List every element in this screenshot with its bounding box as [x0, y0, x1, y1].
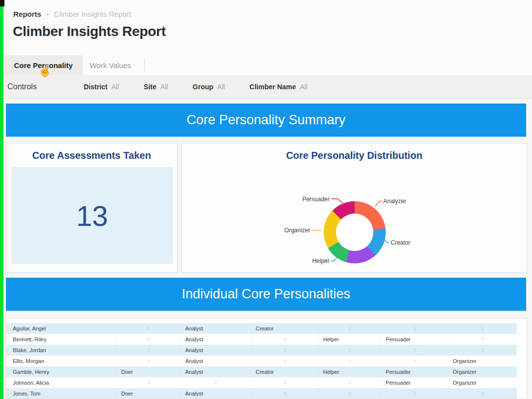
table-row[interactable]: Ellis, Morgan✕Analyst✕✕✕Organizer	[6, 356, 527, 366]
cursor-hand-icon: ☝	[38, 64, 52, 77]
empty-x-icon: ✕	[453, 325, 517, 332]
climber-name-cell: Ellis, Morgan	[6, 356, 116, 366]
empty-x-icon: ✕	[256, 390, 318, 397]
controls-label: Controls	[7, 82, 59, 91]
empty-x-icon: ✕	[121, 347, 180, 354]
empty-x-icon: ✕	[453, 390, 517, 397]
empty-x-icon: ✕	[256, 336, 318, 343]
climber-insights-report-screen: Reports • Climber Insights Report Climbe…	[0, 0, 532, 399]
assessments-taken-value: 13	[76, 199, 108, 232]
table-body: Aguilar, Angel✕AnalystCreator✕✕✕Bennett,…	[6, 323, 527, 399]
screen-corner-artifact	[0, 0, 4, 6]
filter-group[interactable]: Group All	[193, 83, 225, 91]
filter-climber-name[interactable]: Climber Name All	[250, 83, 308, 91]
climber-name-cell: Bennett, Riley	[6, 334, 116, 345]
filter-site-label: Site	[144, 83, 157, 91]
table-gutter	[517, 334, 527, 345]
donut-label-helper: Helper	[312, 257, 330, 264]
personality-cell: Analyst	[180, 345, 251, 356]
table-row[interactable]: Blake, Jordan✕Analyst✕✕✕✕	[6, 345, 527, 356]
climber-name-cell: Jones, Tom	[6, 388, 116, 399]
personality-cell: Organizer	[448, 356, 517, 366]
personality-cell: ✕	[318, 356, 381, 366]
breadcrumb-reports-link[interactable]: Reports	[13, 10, 41, 18]
empty-x-icon: ✕	[453, 347, 517, 354]
table-gutter	[517, 345, 527, 356]
table-gutter	[517, 366, 527, 377]
empty-x-icon: ✕	[256, 358, 318, 364]
personality-cell: Persuader	[381, 366, 448, 377]
personality-distribution-title: Core Personality Distribution	[182, 150, 527, 161]
personality-cell: ✕	[448, 323, 517, 334]
personality-cell: Analyst	[180, 334, 251, 345]
personality-cell: Doer	[116, 366, 180, 377]
personality-cell: Analyst	[180, 388, 251, 399]
filter-district-label: District	[84, 83, 107, 91]
personality-cell: ✕	[381, 323, 448, 334]
table-gutter	[517, 377, 527, 388]
table-row[interactable]: Jones, TomDoerAnalyst✕✕✕✕	[6, 388, 527, 399]
personality-cell: ✕	[251, 388, 318, 399]
empty-x-icon: ✕	[121, 379, 180, 386]
filter-site[interactable]: Site All	[144, 83, 168, 91]
personality-distribution-card: Core Personality Distribution Persuader …	[181, 143, 527, 273]
donut-label-organizer: Organizer	[284, 227, 310, 234]
empty-x-icon: ✕	[121, 325, 180, 332]
table-gutter	[517, 356, 527, 366]
empty-x-icon: ✕	[323, 325, 381, 332]
empty-x-icon: ✕	[386, 390, 448, 397]
empty-x-icon: ✕	[121, 358, 180, 364]
personality-cell: ✕	[116, 345, 180, 356]
personality-cell: Creator	[251, 323, 318, 334]
individual-banner: Individual Core Personalities	[6, 278, 526, 311]
assessments-taken-title: Core Assessments Taken	[6, 150, 177, 161]
empty-x-icon: ✕	[386, 325, 448, 332]
tab-work-values[interactable]: Work Values	[83, 55, 138, 75]
filter-district-value[interactable]: All	[111, 83, 119, 91]
personality-cell: ✕	[448, 388, 517, 399]
table-row[interactable]: Gamble, HenryDoerAnalystCreatorHelperPer…	[6, 366, 527, 377]
climber-name-cell: Gamble, Henry	[6, 366, 116, 377]
filter-district[interactable]: District All	[84, 83, 119, 91]
personality-cell: Organizer	[448, 377, 517, 388]
donut-label-analyzer: Analyzer	[383, 198, 406, 205]
table-row[interactable]: Aguilar, Angel✕AnalystCreator✕✕✕	[6, 323, 527, 334]
empty-x-icon: ✕	[453, 336, 517, 343]
donut-label-creator: Creator	[391, 239, 410, 246]
personality-cell: Organizer	[448, 366, 517, 377]
personality-cell: Persuader	[381, 377, 448, 388]
personality-cell: ✕	[116, 356, 180, 366]
filter-site-value[interactable]: All	[160, 83, 168, 91]
climber-name-cell: Johnson, Alicia	[6, 377, 116, 388]
empty-x-icon: ✕	[386, 358, 448, 364]
table-row[interactable]: Johnson, Alicia✕✕✕✕PersuaderOrganizer	[6, 377, 527, 388]
personality-cell: ✕	[251, 345, 318, 356]
personality-cell: Analyst	[180, 356, 251, 366]
filter-group-value[interactable]: All	[217, 83, 225, 91]
assessments-taken-card: Core Assessments Taken 13	[6, 143, 177, 273]
personality-cell: ✕	[251, 377, 318, 388]
empty-x-icon: ✕	[323, 347, 381, 354]
personality-cell: ✕	[318, 323, 381, 334]
filter-climber-name-value[interactable]: All	[300, 83, 308, 91]
empty-x-icon: ✕	[121, 336, 180, 343]
personality-cell: Analyst	[180, 323, 251, 334]
climber-name-cell: Blake, Jordan	[6, 345, 116, 356]
personality-cell: Persuader	[381, 334, 448, 345]
personality-cell: Analyst	[180, 366, 251, 377]
personality-cell: ✕	[180, 377, 251, 388]
personality-cell: ✕	[381, 388, 448, 399]
personality-cell: Doer	[116, 388, 180, 399]
climber-name-cell: Aguilar, Angel	[6, 323, 116, 334]
table-row[interactable]: Bennett, Riley✕Analyst✕HelperPersuader✕	[6, 334, 527, 345]
personality-cell: ✕	[318, 388, 381, 399]
breadcrumb: Reports • Climber Insights Report	[13, 10, 131, 18]
personality-cell: ✕	[318, 345, 381, 356]
personality-cell: Helper	[318, 334, 381, 345]
personality-donut-chart[interactable]	[324, 201, 386, 263]
personality-cell: ✕	[116, 334, 180, 345]
personality-cell: ✕	[116, 377, 180, 388]
personality-cell: ✕	[116, 323, 180, 334]
table-gutter	[517, 388, 527, 399]
personality-cell: ✕	[448, 345, 517, 356]
